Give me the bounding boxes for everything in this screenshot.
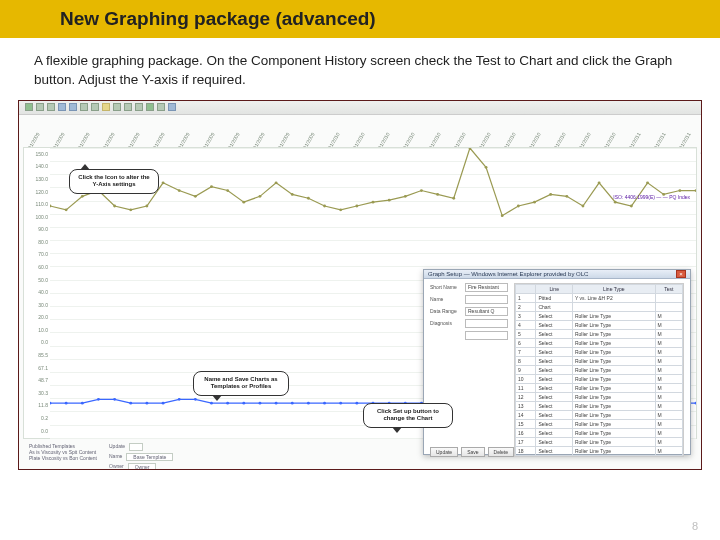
svg-point-29 xyxy=(517,204,520,207)
toolbar-save-icon[interactable] xyxy=(36,103,44,111)
dialog-title-text: Graph Setup — Windows Internet Explorer … xyxy=(428,271,588,277)
y-tick: 85.5 xyxy=(26,353,48,358)
row-num: 7 xyxy=(516,347,536,356)
table-row: 2Chart xyxy=(516,302,683,311)
x-axis-labels: 01/01/200902/01/200903/01/200904/01/2009… xyxy=(49,116,697,146)
footer-input[interactable]: Owner xyxy=(128,463,157,470)
y-tick: 150.0 xyxy=(26,152,48,157)
row-num: 3 xyxy=(516,311,536,320)
line-cell: Select xyxy=(536,437,573,446)
y-tick: 80.0 xyxy=(26,240,48,245)
linetype-cell: Roller Line Type xyxy=(572,446,655,455)
field-input[interactable]: Resultant Q xyxy=(465,307,508,316)
field-input[interactable] xyxy=(465,331,508,340)
field-input[interactable]: Fire Resistant xyxy=(465,283,508,292)
line-cell: Select xyxy=(536,419,573,428)
toolbar-yaxis-icon[interactable] xyxy=(157,103,165,111)
y-tick: 30.0 xyxy=(26,303,48,308)
toolbar-pick-icon[interactable] xyxy=(58,103,66,111)
toolbar-doc-icon[interactable] xyxy=(25,103,33,111)
field-label: Data Range xyxy=(430,308,462,314)
toolbar-pts-icon[interactable] xyxy=(124,103,132,111)
toolbar-zoom-icon[interactable] xyxy=(80,103,88,111)
col-header: Line Type xyxy=(572,284,655,293)
y-tick: 0.2 xyxy=(26,416,48,421)
line-cell: Select xyxy=(536,383,573,392)
delete-button[interactable]: Delete xyxy=(488,447,514,457)
footer-label: Owner xyxy=(109,463,124,470)
footer-input[interactable]: Base Template xyxy=(126,453,173,461)
svg-point-45 xyxy=(113,398,116,401)
svg-point-1 xyxy=(65,208,68,211)
toolbar-select-icon[interactable] xyxy=(102,103,110,111)
test-cell: M xyxy=(655,338,682,347)
toolbar-pan-icon[interactable] xyxy=(91,103,99,111)
test-cell: M xyxy=(655,374,682,383)
footer-control: Update xyxy=(109,443,173,451)
linetype-cell: Roller Line Type xyxy=(572,329,655,338)
linetype-cell: Roller Line Type xyxy=(572,410,655,419)
toolbar-info-icon[interactable] xyxy=(168,103,176,111)
svg-point-9 xyxy=(194,195,197,198)
svg-point-15 xyxy=(291,193,294,196)
svg-point-56 xyxy=(291,402,294,405)
table-row: 4SelectRoller Line TypeM xyxy=(516,320,683,329)
field-input[interactable] xyxy=(465,319,508,328)
toolbar-grid-icon[interactable] xyxy=(135,103,143,111)
linetype-cell: Roller Line Type xyxy=(572,320,655,329)
row-num: 2 xyxy=(516,302,536,311)
row-num: 6 xyxy=(516,338,536,347)
toolbar-pick2-icon[interactable] xyxy=(69,103,77,111)
linetype-cell: Roller Line Type xyxy=(572,374,655,383)
row-num: 12 xyxy=(516,392,536,401)
chart-toolbar xyxy=(19,101,701,115)
svg-point-30 xyxy=(533,201,536,204)
svg-point-6 xyxy=(145,204,148,207)
svg-point-41 xyxy=(50,402,51,405)
save-button[interactable]: Save xyxy=(461,447,484,457)
y-tick: 130.0 xyxy=(26,177,48,182)
svg-point-57 xyxy=(307,402,310,405)
svg-point-58 xyxy=(323,402,326,405)
col-header: Test xyxy=(655,284,682,293)
svg-point-35 xyxy=(614,201,617,204)
field-input[interactable] xyxy=(465,295,508,304)
svg-point-11 xyxy=(226,189,229,192)
y-tick: 90.0 xyxy=(26,227,48,232)
svg-point-59 xyxy=(339,402,342,405)
line-cell: Select xyxy=(536,392,573,401)
linetype-cell: Roller Line Type xyxy=(572,392,655,401)
svg-point-10 xyxy=(210,185,213,188)
page-number: 8 xyxy=(692,520,698,532)
svg-point-60 xyxy=(355,402,358,405)
line-cell: Chart xyxy=(536,302,573,311)
line-cell: Select xyxy=(536,410,573,419)
linetype-cell: Roller Line Type xyxy=(572,338,655,347)
test-cell xyxy=(655,293,682,302)
row-num: 13 xyxy=(516,401,536,410)
toolbar-line-icon[interactable] xyxy=(113,103,121,111)
close-icon[interactable]: × xyxy=(676,270,686,278)
table-row: 13SelectRoller Line TypeM xyxy=(516,401,683,410)
dialog-titlebar: Graph Setup — Windows Internet Explorer … xyxy=(424,270,690,279)
update-button[interactable]: Update xyxy=(430,447,458,457)
callout-yaxis: Click the Icon to alter the Y-Axis setti… xyxy=(69,169,159,194)
test-cell: M xyxy=(655,311,682,320)
test-cell: M xyxy=(655,437,682,446)
y-tick: 140.0 xyxy=(26,164,48,169)
line-cell: Select xyxy=(536,428,573,437)
footer-input[interactable] xyxy=(129,443,143,451)
callout-save-template: Name and Save Charts as Templates or Pro… xyxy=(193,371,289,396)
table-row: 10SelectRoller Line TypeM xyxy=(516,374,683,383)
line-cell: Select xyxy=(536,374,573,383)
svg-point-25 xyxy=(452,197,455,200)
field-label: Diagnosis xyxy=(430,320,462,326)
y-tick: 10.0 xyxy=(26,328,48,333)
y-tick: 48.7 xyxy=(26,378,48,383)
y-tick: 120.0 xyxy=(26,190,48,195)
svg-point-42 xyxy=(65,402,68,405)
svg-point-43 xyxy=(81,402,84,405)
toolbar-next-icon[interactable] xyxy=(47,103,55,111)
y-tick: 0.0 xyxy=(26,340,48,345)
toolbar-ok-icon[interactable] xyxy=(146,103,154,111)
